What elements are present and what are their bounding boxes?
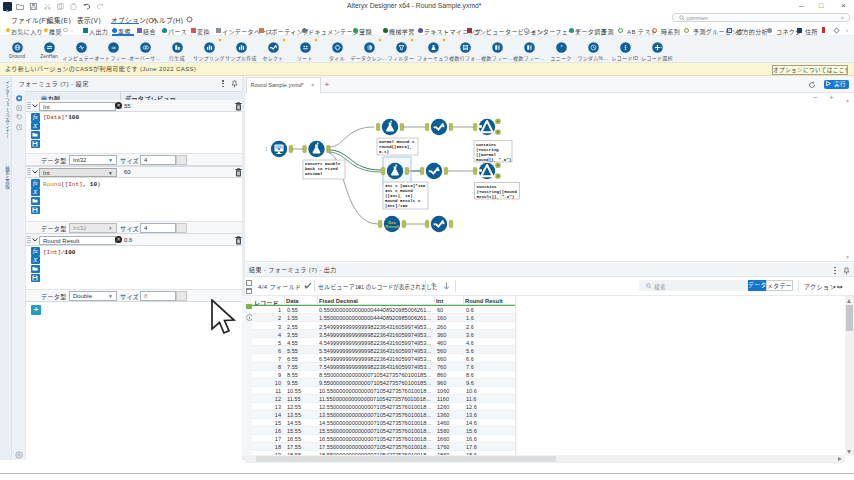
svg-text:contains: contains bbox=[476, 143, 497, 147]
svg-text:Round Result =: Round Result = bbox=[385, 199, 421, 203]
svg-text:Convert Double: Convert Double bbox=[305, 162, 341, 166]
svg-text:Decimal: Decimal bbox=[305, 172, 323, 176]
svg-text:▼: ▼ bbox=[845, 254, 850, 260]
svg-text:I: I bbox=[265, 147, 268, 153]
svg-text:Result]), ".6"): Result]), ".6") bbox=[477, 195, 515, 199]
svg-text:Int = [Data]*100: Int = [Data]*100 bbox=[385, 184, 426, 188]
svg-text:+: + bbox=[829, 93, 834, 102]
svg-text:(ToString([Round: (ToString([Round bbox=[477, 190, 518, 194]
svg-text:back to Fixed: back to Fixed bbox=[305, 167, 338, 171]
svg-text:([Int], 10): ([Int], 10) bbox=[385, 194, 413, 198]
svg-text:−: − bbox=[813, 93, 818, 102]
svg-text:ab: ab bbox=[111, 45, 115, 49]
svg-text:*: * bbox=[560, 45, 562, 50]
svg-text:0.1): 0.1) bbox=[379, 150, 389, 154]
svg-text:round([Data],: round([Data], bbox=[379, 145, 412, 149]
svg-text:Normal Round =: Normal Round = bbox=[379, 140, 415, 144]
svg-text:Round]), ".6"): Round]), ".6") bbox=[476, 158, 511, 162]
svg-text:(ToString: (ToString bbox=[476, 148, 499, 152]
svg-text:▲: ▲ bbox=[845, 97, 850, 103]
svg-text:([Normal: ([Normal bbox=[476, 153, 497, 157]
svg-text:Int = Round: Int = Round bbox=[385, 189, 413, 193]
svg-text:[Int]/100: [Int]/100 bbox=[385, 204, 408, 208]
svg-text:contains: contains bbox=[477, 185, 498, 189]
svg-text:Round: Round bbox=[385, 224, 399, 229]
